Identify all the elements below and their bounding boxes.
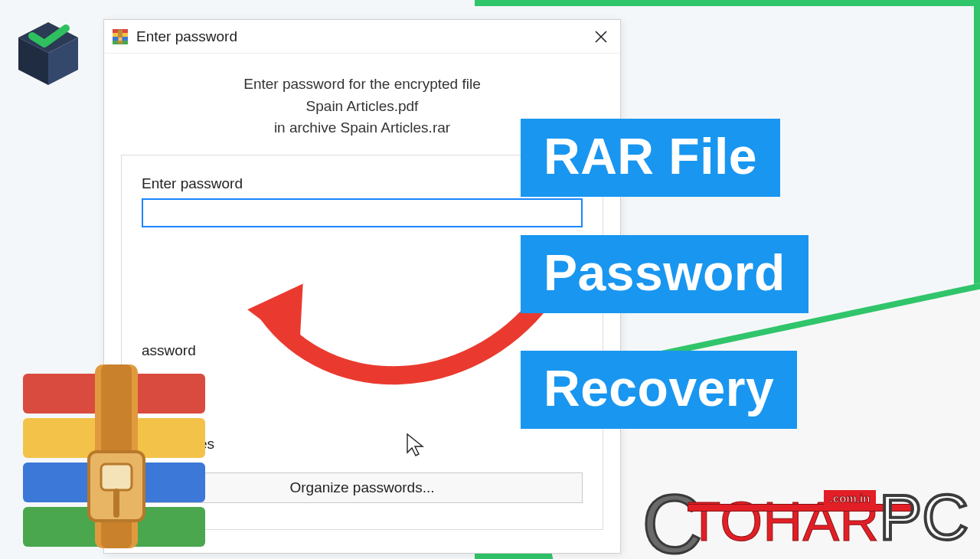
dialog-title: Enter password [136,28,237,45]
show-password-checkbox-row[interactable]: assword [142,342,583,359]
svg-rect-20 [101,464,132,490]
password-label: Enter password [142,175,583,192]
svg-rect-7 [118,30,122,44]
svg-rect-21 [113,489,119,518]
brand-pc: PC [879,480,969,554]
titlebar[interactable]: Enter password [104,20,620,54]
svg-rect-8 [119,38,122,41]
cube-check-logo-icon [14,19,83,91]
brand-logo: C .com.in TOHAR PC [642,479,969,553]
brand-comin: .com.in [824,490,877,506]
brand-tohar: .com.in TOHAR [688,490,880,553]
checkbox-label-partial: assword [142,342,196,359]
prompt-line: Enter password for the encrypted file [119,74,605,96]
overlay-tag-recovery: Recovery [521,351,797,429]
overlay-tag-password: Password [521,235,808,313]
close-icon [594,30,608,44]
prompt-line: Spain Articles.pdf [119,96,605,118]
winrar-small-icon [112,28,129,45]
password-input[interactable] [142,198,583,227]
overlay-tag-rar-file: RAR File [521,119,780,197]
winrar-large-icon [15,360,213,559]
close-button[interactable] [582,20,620,54]
